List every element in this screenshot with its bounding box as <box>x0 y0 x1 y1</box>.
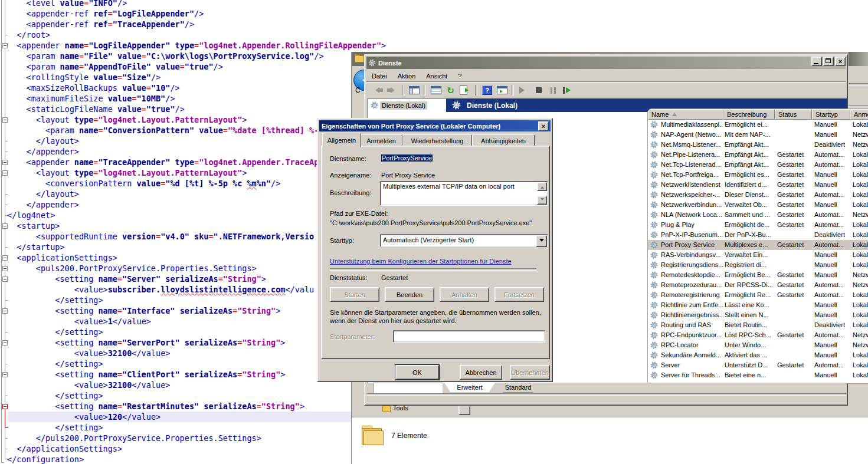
export-list-icon[interactable] <box>458 84 473 97</box>
starttyp-combobox[interactable]: Automatisch (Verzögerter Start) <box>380 234 548 247</box>
service-row-netzwerkspeicher-[interactable]: Netzwerkspeicher-...Dieser Dienst...Gest… <box>648 190 868 200</box>
code-line[interactable]: </applicationSettings> <box>7 443 386 454</box>
services-title-bar[interactable]: Dienste <box>366 57 846 69</box>
code-line[interactable]: <maximumFileSize value="10MB"/> <box>7 93 386 104</box>
code-line[interactable]: <setting name="RestartMinutes" serialize… <box>7 401 386 412</box>
service-gear-icon <box>650 351 658 360</box>
ok-button[interactable]: OK <box>395 365 439 380</box>
code-line[interactable]: </root> <box>7 29 386 40</box>
close-icon[interactable]: × <box>538 121 549 131</box>
view-tab-erweitert[interactable]: Erweitert <box>444 383 495 392</box>
service-row-remotedesktopdie-[interactable]: Remotedesktopdie...Ermöglicht Be...Gesta… <box>648 270 868 280</box>
service-row-remoteprozedurau-[interactable]: Remoteprozedurau...Der RPCSS-Di...Gestar… <box>648 280 868 290</box>
back-icon[interactable] <box>370 84 385 97</box>
service-row-richtlinie-zum-entfe-[interactable]: Richtlinie zum Entfe...Lässt eine Ko...M… <box>648 300 868 310</box>
minimize-icon[interactable] <box>811 57 822 66</box>
code-line[interactable]: <staticLogFileName value="true"/> <box>7 104 386 114</box>
view-tab-standard[interactable]: Standard <box>499 383 538 393</box>
beschreibung-field[interactable]: Multiplexes external TCP/IP data on loca… <box>380 181 548 206</box>
code-line[interactable]: <param name="AppendToFile" value="true"/… <box>7 61 386 72</box>
abbrechen-button[interactable]: Abbrechen <box>460 365 502 380</box>
service-row-net-tcp-portfreiga-[interactable]: Net.Tcp-Portfreiga...Ermöglicht es...Ges… <box>648 170 868 180</box>
code-line[interactable]: <value>120</value> <box>7 412 386 422</box>
forward-icon[interactable] <box>385 84 399 97</box>
pause-service-icon[interactable] <box>546 84 561 97</box>
service-row-netzwerklistendienst[interactable]: NetzwerklistendienstIdentifiziert d...Ge… <box>648 180 868 190</box>
filter-box[interactable] <box>373 383 443 393</box>
code-line[interactable]: <appender-ref ref="LogFileAppender"/> <box>7 8 386 19</box>
close-icon[interactable]: × <box>835 57 846 66</box>
code-line[interactable]: </setting> <box>7 390 386 401</box>
service-row-registrierungsdiens-[interactable]: Registrierungsdiens...Registriert di...M… <box>648 260 868 270</box>
service-row-rpc-endpunktzuor-[interactable]: RPC-Endpunktzuor...Löst RPC-Sch...Gestar… <box>648 330 868 340</box>
code-line[interactable]: <level value="INFO"/> <box>7 0 386 8</box>
column-header-anmelden-als[interactable]: Anmelden als <box>850 109 868 120</box>
fold-marker[interactable] <box>1 0 4 463</box>
service-row-sekund-re-anmeld-[interactable]: Sekundäre Anmeld...Aktiviert das ...Manu… <box>648 350 868 360</box>
service-row-net-tcp-listenerad-[interactable]: Net.Tcp-Listenerad...Empfängt Akt...Gest… <box>648 160 868 170</box>
service-row-multimediaklassenpl-[interactable]: Multimediaklassenpl...Ermöglicht ei...Ma… <box>648 120 868 130</box>
uebernehmen-button[interactable]: Übernehmen <box>510 365 550 380</box>
fold-marker[interactable] <box>5 409 5 427</box>
service-row-net-pipe-listenera-[interactable]: Net.Pipe-Listenera...Empfängt Akt...Gest… <box>648 150 868 160</box>
console-tree-icon[interactable] <box>407 84 421 97</box>
anhalten-button[interactable]: Anhalten <box>440 287 489 302</box>
service-row-nap-agent-netwo-[interactable]: NAP-Agent (Netwo...Mit dem NAP-...Manuel… <box>648 130 868 140</box>
properties-icon[interactable] <box>428 84 443 97</box>
stop-service-icon[interactable] <box>531 84 546 97</box>
service-row-server[interactable]: ServerUnterstützt D...GestartetAutomat..… <box>648 360 868 370</box>
column-header-starttyp[interactable]: Starttyp <box>812 109 850 120</box>
service-row-richtlinienergebniss-[interactable]: Richtlinienergebniss...Stellt einen N...… <box>648 310 868 320</box>
menu-item-datei[interactable]: Datei <box>366 71 392 81</box>
column-header-name[interactable]: Name <box>648 109 723 120</box>
service-row-server-f-r-threads-[interactable]: Server für Threads...Bietet eine n...Man… <box>648 370 868 380</box>
menu-item-ansicht[interactable]: Ansicht <box>421 71 453 81</box>
service-startup-type: Manuell <box>814 311 851 318</box>
service-row-pnp-x-ip-busenum-[interactable]: PnP-X-IP-Busenum...Der PnP-X-Bu...Deakti… <box>648 230 868 240</box>
extended-view-icon[interactable] <box>494 84 509 97</box>
service-row-port-proxy-service[interactable]: Port Proxy ServiceMultiplexes e...Gestar… <box>648 240 868 250</box>
service-row-routing-und-ras[interactable]: Routing und RASBietet Routin...Deaktivie… <box>648 320 868 330</box>
service-row-ras-verbindungsv-[interactable]: RAS-Verbindungsv...Verwaltet Ein...Manue… <box>648 250 868 260</box>
code-line[interactable]: <appender name="LogFileAppender" type="l… <box>7 40 386 51</box>
tab-allgemein[interactable]: Allgemein <box>322 133 361 147</box>
code-line[interactable]: </setting> <box>7 422 386 433</box>
code-line[interactable]: <param name="File" value="C:\work\logs\P… <box>7 51 386 61</box>
service-row-net-msmq-listener-[interactable]: Net.Msmq-Listener...Empfängt Akt...Deakt… <box>648 140 868 150</box>
starten-button[interactable]: Starten <box>330 287 379 302</box>
help-icon[interactable]: ? <box>480 84 494 97</box>
service-row-remoteregistrierung[interactable]: RemoteregistrierungErmöglicht Re...Gesta… <box>648 290 868 300</box>
code-line[interactable]: <maxSizeRollBackups value="10"/> <box>7 83 386 93</box>
service-logon-as: Netzwerkdienst <box>853 341 868 348</box>
refresh-icon[interactable]: ↻ <box>443 84 458 97</box>
tree-item-dienste-lokal[interactable]: Dienste (Lokal) <box>369 100 429 111</box>
start-service-icon[interactable] <box>516 84 531 97</box>
code-line[interactable]: </puls200.PortProxyService.Properties.Se… <box>7 433 386 443</box>
beenden-button[interactable]: Beenden <box>385 287 434 302</box>
service-row-nla-network-loca-[interactable]: NLA (Network Loca...Sammelt und ...Gesta… <box>648 210 868 220</box>
maximize-icon[interactable] <box>823 57 834 66</box>
chevron-down-icon <box>539 239 544 244</box>
column-header-beschreibung[interactable]: Beschreibung <box>723 109 775 120</box>
dialog-title-bar[interactable]: Eigenschaften von Port Proxy Service (Lo… <box>319 120 551 131</box>
startparameter-input[interactable] <box>393 330 545 343</box>
fortsetzen-button[interactable]: Fortsetzen <box>494 287 544 302</box>
code-line[interactable]: <appender-ref ref="TraceAppender"/> <box>7 19 386 29</box>
scroll-down-button[interactable] <box>537 196 547 205</box>
menu-item-aktion[interactable]: Aktion <box>392 71 421 81</box>
service-description: Unter Windo... <box>725 341 775 348</box>
column-header-status[interactable]: Status <box>775 109 812 120</box>
dienstname-value[interactable]: PortProxyService <box>381 154 433 162</box>
service-row-netzwerkverbindun-[interactable]: Netzwerkverbindun...Verwaltet Ob...Gesta… <box>648 200 868 210</box>
service-row-plug-play[interactable]: Plug & PlayErmöglicht de...GestartetAuto… <box>648 220 868 230</box>
combo-dropdown-button[interactable] <box>536 235 547 247</box>
restart-service-icon[interactable] <box>561 84 575 97</box>
service-row-rpc-locator[interactable]: RPC-LocatorUnter Windo...ManuellNetzwerk… <box>648 340 868 350</box>
service-startup-type: Deaktiviert <box>814 321 851 328</box>
menu-item-help[interactable]: ? <box>453 71 467 81</box>
startoptions-help-link[interactable]: Unterstützung beim Konfigurieren der Sta… <box>330 258 512 265</box>
code-line[interactable]: <rollingStyle value="Size"/> <box>7 72 386 83</box>
dropdown-button[interactable] <box>458 405 470 415</box>
scroll-up-button[interactable] <box>537 182 547 191</box>
code-line[interactable]: </configuration> <box>7 454 386 464</box>
